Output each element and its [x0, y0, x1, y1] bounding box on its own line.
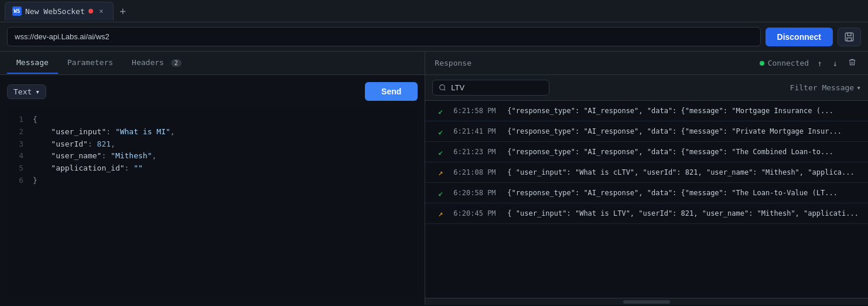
bottom-scrollbar-area — [425, 298, 868, 305]
message-row[interactable]: ↗ 6:21:08 PM { "user_input": "What is cL… — [425, 162, 868, 183]
text-type-dropdown[interactable]: Text ▾ — [7, 84, 46, 99]
filter-chevron-icon: ▾ — [856, 83, 861, 92]
messages-list[interactable]: ↙ 6:21:58 PM {"response_type": "AI_respo… — [425, 101, 868, 298]
filter-bar: Filter Message ▾ — [425, 75, 868, 101]
code-line-4: 4 "user_name": "Mithesh", — [14, 150, 411, 162]
arrow-in-icon: ↙ — [435, 106, 446, 115]
dropdown-chevron-icon: ▾ — [35, 87, 40, 96]
message-content: { "user_input": "What is LTV", "userId":… — [507, 209, 859, 217]
message-time: 6:21:08 PM — [453, 168, 500, 176]
tab-parameters[interactable]: Parameters — [58, 52, 122, 74]
message-content: { "user_input": "What is cLTV", "userId"… — [507, 168, 859, 176]
svg-line-4 — [444, 89, 445, 90]
response-title: Response — [435, 59, 471, 67]
websocket-tab[interactable]: WS New WebSocket × — [5, 2, 114, 21]
tab-bar: WS New WebSocket × + — [0, 0, 868, 22]
message-row[interactable]: ↙ 6:21:41 PM {"response_type": "AI_respo… — [425, 121, 868, 142]
svg-rect-2 — [847, 38, 852, 40]
response-header: Response Connected ↑ ↓ — [425, 52, 868, 75]
right-panel: Response Connected ↑ ↓ — [425, 52, 868, 305]
message-row[interactable]: ↗ 6:20:45 PM { "user_input": "What is LT… — [425, 203, 868, 224]
svg-point-3 — [440, 85, 445, 90]
arrow-in-icon: ↙ — [435, 188, 446, 198]
code-line-1: 1 { — [14, 114, 411, 126]
code-editor[interactable]: 1 { 2 "user_input": "What is MI", 3 "use… — [7, 107, 418, 298]
message-time: 6:21:58 PM — [453, 107, 500, 115]
message-content: {"response_type": "AI_response", "data":… — [507, 127, 859, 135]
message-content: {"response_type": "AI_response", "data":… — [507, 148, 859, 156]
arrow-in-icon: ↙ — [435, 127, 446, 136]
tab-headers[interactable]: Headers 2 — [122, 52, 191, 74]
message-time: 6:20:58 PM — [453, 189, 500, 197]
code-line-2: 2 "user_input": "What is MI", — [14, 126, 411, 138]
message-toolbar: Text ▾ Send — [7, 82, 418, 101]
message-row[interactable]: ↙ 6:20:58 PM {"response_type": "AI_respo… — [425, 183, 868, 203]
trash-icon — [848, 58, 856, 66]
arrow-out-icon: ↗ — [435, 209, 446, 218]
response-actions: Connected ↑ ↓ — [760, 57, 859, 69]
arrow-in-icon: ↙ — [435, 147, 446, 157]
svg-rect-1 — [848, 33, 851, 36]
message-time: 6:20:45 PM — [453, 209, 500, 217]
scroll-up-button[interactable]: ↑ — [815, 57, 824, 69]
headers-badge: 2 — [171, 59, 182, 67]
connected-label: Connected — [768, 59, 809, 67]
message-time: 6:21:41 PM — [453, 127, 500, 135]
message-time: 6:21:23 PM — [453, 148, 500, 156]
message-content: {"response_type": "AI_response", "data":… — [507, 107, 859, 115]
send-button[interactable]: Send — [365, 82, 418, 101]
ws-icon: WS — [12, 6, 22, 16]
save-button[interactable] — [838, 28, 861, 46]
message-area: Text ▾ Send 1 { 2 "user_input": "What is… — [0, 75, 425, 305]
url-bar: Disconnect — [0, 22, 868, 52]
url-input[interactable] — [7, 27, 761, 46]
save-icon — [844, 32, 855, 42]
text-type-label: Text — [13, 87, 32, 96]
connected-dot — [760, 61, 764, 66]
tab-message[interactable]: Message — [7, 52, 58, 74]
disconnect-button[interactable]: Disconnect — [766, 28, 833, 46]
panel-tabs: Message Parameters Headers 2 — [0, 52, 425, 75]
tab-title: New WebSocket — [25, 7, 85, 16]
code-line-5: 5 "application_id": "" — [14, 162, 411, 175]
search-icon — [439, 84, 446, 91]
new-tab-button[interactable]: + — [116, 4, 130, 18]
filter-message-dropdown[interactable]: Filter Message ▾ — [790, 83, 861, 92]
message-content: {"response_type": "AI_response", "data":… — [507, 189, 859, 197]
code-line-6: 6 } — [14, 175, 411, 187]
message-row[interactable]: ↙ 6:21:58 PM {"response_type": "AI_respo… — [425, 101, 868, 121]
search-wrap — [432, 80, 549, 96]
scroll-down-button[interactable]: ↓ — [831, 57, 840, 69]
svg-rect-0 — [845, 33, 853, 41]
connection-status-dot — [88, 9, 93, 13]
close-tab-button[interactable]: × — [97, 6, 106, 16]
main-layout: Message Parameters Headers 2 Text ▾ Send… — [0, 52, 868, 305]
message-row[interactable]: ↙ 6:21:23 PM {"response_type": "AI_respo… — [425, 142, 868, 162]
connected-badge: Connected — [760, 59, 809, 67]
filter-message-label: Filter Message — [790, 83, 855, 92]
left-panel: Message Parameters Headers 2 Text ▾ Send… — [0, 52, 425, 305]
arrow-out-icon: ↗ — [435, 168, 446, 177]
filter-search-input[interactable] — [451, 83, 533, 92]
horizontal-scrollbar[interactable] — [623, 300, 670, 304]
clear-messages-button[interactable] — [846, 57, 859, 69]
code-line-3: 3 "userId": 821, — [14, 138, 411, 151]
